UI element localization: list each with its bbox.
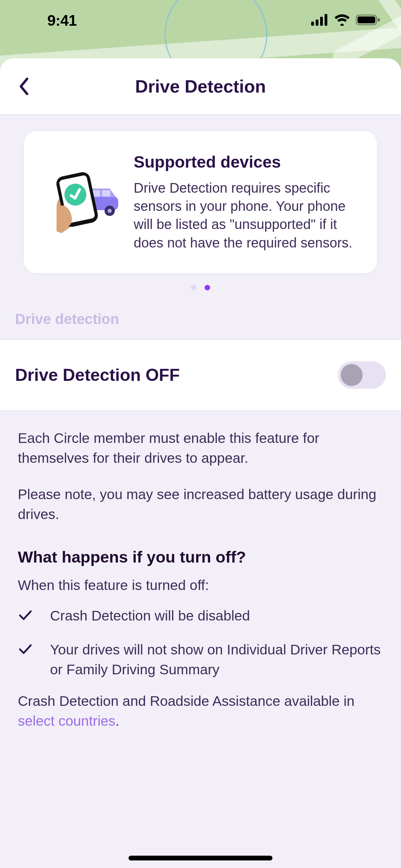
chevron-left-icon	[18, 77, 30, 95]
info-heading: What happens if you turn off?	[18, 546, 383, 569]
status-bar: 9:41	[0, 0, 401, 41]
info-paragraph: Each Circle member must enable this feat…	[18, 428, 383, 468]
phone-car-illustration	[41, 153, 120, 238]
svg-rect-0	[311, 22, 314, 26]
toggle-label: Drive Detection OFF	[15, 365, 180, 385]
svg-rect-6	[378, 18, 380, 22]
home-indicator[interactable]	[129, 856, 272, 860]
cellular-icon	[311, 14, 328, 27]
check-icon	[18, 606, 36, 628]
page-dot[interactable]	[191, 285, 196, 290]
bullet-text: Your drives will not show on Individual …	[50, 640, 383, 679]
svg-rect-1	[316, 20, 318, 26]
toggle-switch[interactable]	[338, 361, 386, 389]
info-bullet: Crash Detection will be disabled	[18, 606, 383, 628]
select-countries-link[interactable]: select countries	[18, 713, 116, 729]
page-dot-active[interactable]	[205, 285, 210, 290]
info-paragraph: Please note, you may see increased batte…	[18, 484, 383, 524]
svg-rect-5	[357, 16, 375, 23]
drive-detection-toggle-row[interactable]: Drive Detection OFF	[0, 339, 401, 411]
wifi-icon	[334, 14, 350, 27]
battery-icon	[356, 14, 380, 27]
back-button[interactable]	[10, 73, 38, 100]
svg-rect-3	[325, 14, 327, 26]
info-bullet: Your drives will not show on Individual …	[18, 640, 383, 679]
card-title: Supported devices	[134, 153, 360, 171]
nav-bar: Drive Detection	[0, 58, 401, 115]
svg-rect-2	[320, 17, 323, 26]
card-body: Drive Detection requires specific sensor…	[134, 179, 360, 252]
section-label: Drive detection	[0, 311, 401, 339]
info-section: Each Circle member must enable this feat…	[0, 411, 401, 731]
info-footer: Crash Detection and Roadside Assistance …	[18, 691, 383, 731]
toggle-knob	[341, 364, 363, 386]
check-icon	[18, 640, 36, 679]
sheet: Drive Detection	[0, 58, 401, 868]
bullet-text: Crash Detection will be disabled	[50, 606, 383, 628]
info-card[interactable]: Supported devices Drive Detection requir…	[24, 131, 377, 273]
svg-rect-9	[102, 190, 110, 196]
page-title: Drive Detection	[0, 76, 401, 97]
info-subheading: When this feature is turned off:	[18, 575, 383, 595]
status-time: 9:41	[47, 12, 77, 29]
page-indicator	[0, 273, 401, 311]
svg-point-13	[108, 209, 112, 213]
